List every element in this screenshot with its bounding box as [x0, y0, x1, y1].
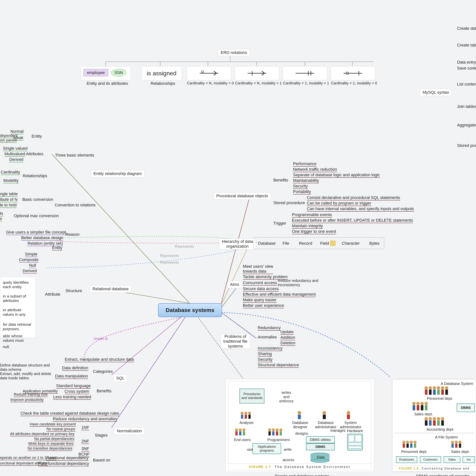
central-node[interactable]: Database systems [158, 303, 222, 317]
sql-extract: Extract, manipulate and structure data [65, 357, 134, 362]
sql-b3: Less training needed [53, 394, 91, 400]
mysql-item-7: Stored procedu [457, 143, 476, 148]
svg-point-33 [235, 428, 238, 431]
er-diagram-node[interactable]: Entity relationship diagram [91, 170, 144, 177]
svg-point-55 [311, 459, 329, 463]
nf1a: Have candidate key present [30, 422, 76, 427]
filedb-0-label: Employees [399, 458, 414, 461]
aims-label: Aims [230, 282, 239, 287]
sp-0: Consist declarative and procedural SQL s… [307, 195, 400, 201]
svg-rect-90 [437, 420, 440, 425]
procedural-node[interactable]: Procedural database objects [213, 192, 271, 200]
norm-stages: Stages [95, 433, 108, 438]
basic-item-1: ibute of N [0, 197, 17, 202]
normalization-node[interactable]: Normalization [114, 427, 145, 435]
relational-label: Relational database [92, 287, 128, 291]
modelity-label: Modelity [3, 178, 18, 183]
sql-label: SQL [116, 376, 124, 381]
svg-rect-42 [272, 431, 274, 435]
nf1b: No repeat groups [47, 427, 75, 432]
svg-rect-84 [425, 420, 427, 425]
svg-point-101 [451, 441, 454, 444]
sql-node[interactable]: SQL [113, 374, 127, 382]
sql-datamanip-note: Extract, add, modify and delete data ins… [0, 372, 51, 380]
dbadmin-icon [321, 410, 329, 420]
dbms-box: DBMS [306, 443, 335, 450]
nf1: 1NF [82, 425, 89, 430]
edge-access: access [283, 458, 294, 462]
nf2: 2NF [82, 439, 89, 444]
svg-rect-102 [451, 444, 454, 448]
file-dept-1: Sales dept. [451, 450, 470, 454]
basic-item-0: ngle table [0, 191, 18, 197]
svg-rect-59 [348, 435, 354, 442]
cardinality-card-2 [235, 66, 279, 80]
svg-point-105 [459, 441, 461, 444]
aims-2: Concurrent access [243, 280, 277, 286]
svg-point-18 [201, 71, 204, 73]
problems-node[interactable]: Problems of traditional file systems [221, 334, 250, 349]
aims-2-note: Reduce redundancy and inconsistency [278, 279, 318, 287]
edge-use: use [247, 447, 253, 452]
aims-node[interactable]: Aims [227, 281, 242, 288]
svg-rect-28 [241, 415, 243, 419]
basic-conv-label: Basic conversion [22, 197, 53, 202]
nf3: 3NF [82, 446, 89, 451]
svg-rect-74 [445, 390, 448, 395]
erd-notations-node[interactable]: ERD notations [218, 49, 250, 56]
endusers-label: End users [234, 438, 251, 442]
svg-point-103 [455, 441, 458, 444]
mysql-syntax-label: MySQL syntax [423, 90, 449, 95]
hierarchy-node[interactable]: Hierarchy of data organization [219, 238, 256, 250]
data-label: Data [317, 455, 325, 459]
func-dep-note: epends on another on 1 to 1 basis [0, 456, 56, 460]
svg-line-2 [112, 310, 190, 375]
svg-rect-46 [280, 431, 282, 435]
filedb-3-label: Inv [467, 458, 471, 461]
nf1c: All attributes dependant on primary key [10, 432, 75, 436]
svg-rect-92 [441, 420, 444, 425]
dbmsutils-box: DBMS utilities [306, 436, 335, 443]
svg-point-67 [433, 386, 436, 390]
dept-0: Personnel dept. [427, 396, 453, 401]
hier-3: Field [320, 241, 329, 246]
svg-point-29 [244, 412, 247, 415]
svg-rect-98 [410, 444, 412, 448]
dept-2: Accounting dept. [426, 427, 454, 432]
svg-rect-34 [235, 431, 238, 435]
sql-b3b: Improve productivity [10, 398, 44, 402]
mysql-item-3: Save content [457, 66, 476, 71]
svg-point-69 [437, 386, 440, 390]
svg-point-73 [445, 386, 448, 390]
dbms-label: DBMS [316, 445, 325, 449]
svg-point-35 [239, 428, 242, 431]
svg-rect-96 [407, 444, 409, 448]
anom-1: Addition [280, 335, 295, 340]
prob-2: Inconsistency [258, 346, 282, 351]
trig-1: Executed before or after INSERT, UPDATE … [292, 218, 413, 223]
proc-b0: Performance [293, 161, 316, 167]
svg-point-51 [347, 411, 350, 415]
central-label: Database systems [166, 307, 214, 313]
relational-node[interactable]: Relational database [90, 285, 131, 293]
three-basic-label: Three basic elements [55, 153, 94, 158]
basic-item-2: le to hold [0, 203, 17, 208]
svg-point-65 [429, 386, 432, 390]
crowfoot-one-optional-icon [342, 70, 364, 77]
sysadmin-icon [345, 410, 353, 420]
mysql-syntax-node[interactable]: MySQL syntax [420, 89, 452, 96]
filedb-1: Customers [420, 456, 441, 463]
erd-relationships-card: is assigned [141, 66, 182, 80]
svg-point-95 [406, 441, 409, 444]
prob-3: Sharing [258, 351, 272, 357]
reason-2: Better database design [21, 235, 63, 241]
cardinality-card-4 [331, 66, 375, 80]
filedb-0: Employees [396, 456, 417, 463]
relationships-label: Relationships [23, 173, 47, 178]
attr-kind-1: Multivalued [4, 152, 25, 157]
svg-rect-40 [269, 431, 271, 435]
analysts-label: Analysts [239, 421, 254, 425]
svg-point-79 [420, 402, 424, 405]
stored-proc: Stored procedure [273, 201, 305, 205]
proc-b1: Network traffic reduction [293, 167, 337, 172]
